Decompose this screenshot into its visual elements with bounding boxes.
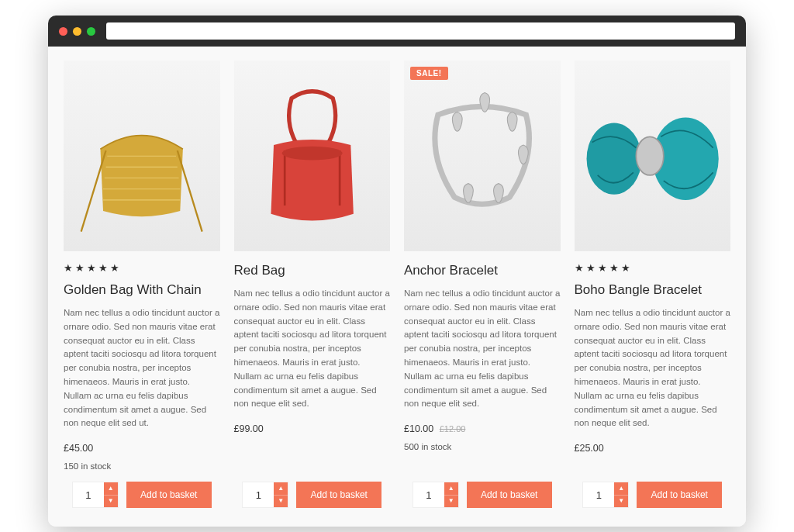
quantity-input[interactable] [73,482,104,507]
close-icon[interactable] [59,27,67,36]
rating-stars: ★★★★★ [64,262,220,274]
product-actions: ▲ ▼ Add to basket [234,482,391,508]
svg-point-5 [281,147,342,161]
product-title[interactable]: Golden Bag With Chain [64,282,220,299]
svg-point-6 [586,123,641,194]
product-description: Nam nec tellus a odio tincidunt auctor a… [234,287,391,411]
svg-point-8 [636,136,663,175]
boho-bracelet-icon [584,72,721,240]
product-grid: ★★★★★ Golden Bag With Chain Nam nec tell… [64,60,730,508]
product-price: £10.00 £12.00 [404,423,561,434]
quantity-input[interactable] [583,482,614,507]
anchor-bracelet-icon [413,72,551,240]
quantity-stepper[interactable]: ▲ ▼ [582,482,629,508]
add-to-basket-button[interactable]: Add to basket [637,482,722,508]
qty-down-icon[interactable]: ▼ [104,496,118,508]
rating-stars: ★★★★★ [575,262,731,274]
sale-badge: SALE! [410,67,448,80]
qty-up-icon[interactable]: ▲ [444,482,458,496]
stock-label: 500 in stock [404,442,561,451]
add-to-basket-button[interactable]: Add to basket [467,482,552,508]
product-price: £45.00 [64,443,220,454]
product-price: £99.00 [234,423,391,434]
quantity-stepper[interactable]: ▲ ▼ [242,482,288,508]
product-image[interactable] [234,60,391,251]
maximize-icon[interactable] [87,27,95,36]
window-controls [59,27,95,36]
quantity-input[interactable] [413,482,444,507]
product-card: SALE! Anchor Bracelet Na [404,60,561,508]
quantity-input[interactable] [243,482,274,507]
product-description: Nam nec tellus a odio tincidunt auctor a… [64,306,220,430]
product-card: Red Bag Nam nec tellus a odio tincidunt … [234,60,391,508]
golden-bag-icon [73,72,210,240]
product-title[interactable]: Red Bag [234,262,391,279]
qty-up-icon[interactable]: ▲ [104,482,118,496]
product-image[interactable] [64,60,220,251]
product-description: Nam nec tellus a odio tincidunt auctor a… [575,306,731,430]
quantity-stepper[interactable]: ▲ ▼ [413,482,459,508]
url-input[interactable] [106,22,735,40]
old-price: £12.00 [440,424,466,434]
browser-titlebar [48,16,746,47]
product-image[interactable] [575,60,731,251]
add-to-basket-button[interactable]: Add to basket [296,482,381,508]
product-card: ★★★★★ Boho Bangle Bracelet Nam nec tellu… [575,60,731,508]
browser-window: ★★★★★ Golden Bag With Chain Nam nec tell… [48,16,746,527]
qty-down-icon[interactable]: ▼ [274,496,288,508]
page-content: ★★★★★ Golden Bag With Chain Nam nec tell… [48,47,746,527]
product-image[interactable]: SALE! [404,60,561,251]
product-title[interactable]: Anchor Bracelet [404,262,561,279]
qty-down-icon[interactable]: ▼ [614,496,628,508]
red-bag-icon [243,72,381,240]
qty-up-icon[interactable]: ▲ [274,482,288,496]
quantity-stepper[interactable]: ▲ ▼ [72,482,119,508]
product-description: Nam nec tellus a odio tincidunt auctor a… [404,287,561,411]
stock-label: 150 in stock [64,461,220,471]
product-actions: ▲ ▼ Add to basket [575,482,731,508]
product-actions: ▲ ▼ Add to basket [64,482,220,508]
add-to-basket-button[interactable]: Add to basket [126,482,212,508]
product-card: ★★★★★ Golden Bag With Chain Nam nec tell… [64,60,220,508]
qty-up-icon[interactable]: ▲ [614,482,628,496]
product-actions: ▲ ▼ Add to basket [404,482,561,508]
minimize-icon[interactable] [73,27,81,36]
product-title[interactable]: Boho Bangle Bracelet [575,282,731,299]
qty-down-icon[interactable]: ▼ [444,496,458,508]
product-price: £25.00 [575,443,731,454]
